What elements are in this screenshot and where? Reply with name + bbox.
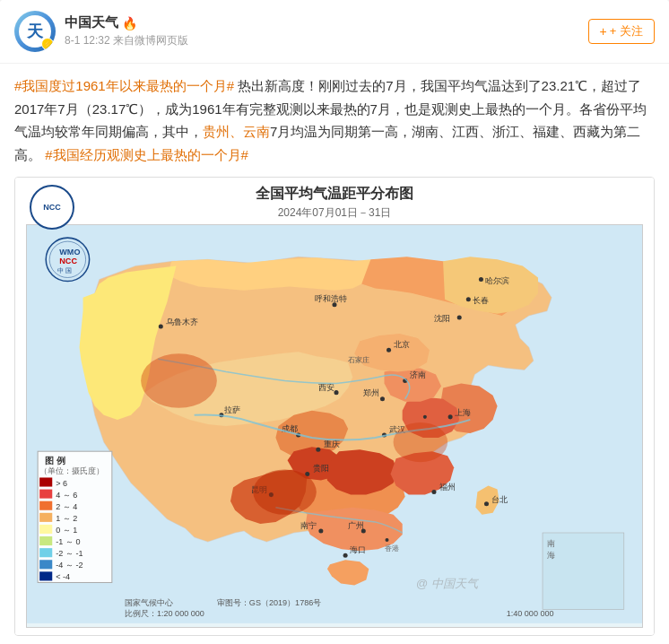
map-svg: 南 海 哈尔滨 长春 沈阳 呼和浩特 (27, 225, 642, 623)
svg-text:NCC: NCC (59, 257, 77, 265)
svg-text:-2 ～ -1: -2 ～ -1 (56, 549, 83, 558)
svg-text:乌鲁木齐: 乌鲁木齐 (166, 318, 198, 326)
svg-point-70 (141, 353, 217, 408)
svg-text:贵阳: 贵阳 (313, 464, 329, 473)
svg-point-29 (332, 302, 336, 307)
post-text: #我国度过1961年以来最热的一个月# 热出新高度！刚刚过去的7月，我国平均气温… (14, 74, 655, 166)
map-inner: NCC 全国平均气温距平分布图 2024年07月01日－31日 (15, 178, 654, 635)
svg-rect-81 (39, 513, 52, 522)
svg-rect-83 (39, 525, 52, 534)
svg-point-66 (484, 501, 489, 506)
hashtag-start[interactable]: #我国度过1961年以来最热的一个月# (14, 78, 234, 93)
svg-text:1:40 000 000: 1:40 000 000 (507, 609, 554, 618)
svg-rect-89 (39, 560, 52, 569)
svg-text:上海: 上海 (455, 408, 471, 417)
svg-point-64 (159, 324, 163, 328)
svg-point-35 (380, 396, 385, 401)
svg-rect-77 (39, 490, 52, 499)
svg-text:济南: 济南 (410, 370, 426, 379)
avatar-logo: 天 (27, 21, 43, 42)
svg-text:中 国: 中 国 (57, 267, 72, 274)
svg-text:重庆: 重庆 (324, 439, 340, 448)
svg-point-62 (385, 538, 388, 542)
svg-text:北京: 北京 (394, 340, 410, 349)
svg-text:国家气候中心: 国家气候中心 (125, 598, 173, 607)
svg-text:呼和浩特: 呼和浩特 (315, 294, 347, 303)
follow-button[interactable]: + + 关注 (588, 19, 655, 44)
svg-rect-91 (39, 571, 52, 580)
svg-rect-87 (39, 548, 52, 557)
svg-text:哈尔滨: 哈尔滨 (485, 276, 509, 285)
svg-point-43 (423, 415, 427, 419)
post-header: 天 ⚡ 中国天气 🔥 8-1 12:32 来自微博网页版 + + 关注 (0, 0, 669, 64)
svg-text:广州: 广州 (348, 521, 364, 530)
svg-text:4 ～ 6: 4 ～ 6 (56, 491, 77, 500)
svg-text:福州: 福州 (439, 483, 456, 492)
svg-text:-4 ～ -2: -4 ～ -2 (56, 561, 83, 570)
verified-icon: 🔥 (122, 16, 137, 30)
svg-text:1 ～ 2: 1 ～ 2 (56, 514, 77, 523)
svg-text:-1 ～ 0: -1 ～ 0 (56, 537, 80, 546)
svg-point-46 (316, 448, 320, 452)
svg-text:2 ～ 4: 2 ～ 4 (56, 502, 77, 511)
svg-point-25 (466, 297, 471, 301)
svg-text:审图号：GS（2019）1786号: 审图号：GS（2019）1786号 (217, 598, 321, 607)
map-title: 全国平均气温距平分布图 (22, 185, 647, 204)
avatar[interactable]: 天 ⚡ (14, 11, 56, 52)
svg-rect-85 (39, 536, 52, 545)
svg-point-41 (334, 390, 338, 395)
map-title-area: 全国平均气温距平分布图 2024年07月01日－31日 (22, 185, 647, 221)
svg-text:拉萨: 拉萨 (224, 405, 240, 414)
account-name[interactable]: 中国天气 🔥 (65, 14, 588, 31)
svg-point-27 (457, 315, 462, 319)
svg-text:南: 南 (547, 539, 555, 548)
account-info: 中国天气 🔥 8-1 12:32 来自微博网页版 (65, 14, 588, 48)
china-map: 南 海 哈尔滨 长春 沈阳 呼和浩特 (26, 224, 643, 628)
weibo-post-card: 天 ⚡ 中国天气 🔥 8-1 12:32 来自微博网页版 + + 关注 #我国度… (0, 0, 669, 644)
svg-marker-3 (167, 257, 370, 290)
map-date: 2024年07月01日－31日 (22, 205, 647, 221)
post-content: #我国度过1961年以来最热的一个月# 热出新高度！刚刚过去的7月，我国平均气温… (0, 64, 669, 644)
avatar-badge: ⚡ (41, 38, 54, 50)
svg-text:台北: 台北 (491, 495, 508, 504)
map-container: NCC 全国平均气温距平分布图 2024年07月01日－31日 (14, 177, 655, 636)
svg-point-58 (343, 553, 348, 558)
svg-text:0 ～ 1: 0 ～ 1 (56, 526, 77, 535)
svg-point-37 (448, 414, 453, 419)
svg-text:比例尺：1:20 000 000: 比例尺：1:20 000 000 (125, 609, 204, 618)
svg-text:石家庄: 石家庄 (348, 356, 369, 364)
svg-text:南宁: 南宁 (300, 521, 317, 530)
province-highlight: 贵州、云南 (203, 124, 270, 139)
post-time: 8-1 12:32 来自微博网页版 (65, 33, 588, 48)
svg-point-23 (479, 277, 483, 282)
svg-point-31 (387, 348, 391, 352)
ncc-logo: NCC (30, 185, 74, 230)
svg-text:海: 海 (547, 551, 555, 560)
svg-point-71 (394, 422, 448, 462)
svg-text:沈阳: 沈阳 (434, 314, 450, 323)
svg-text:海口: 海口 (350, 545, 366, 554)
svg-point-69 (253, 469, 317, 514)
svg-text:图 例: 图 例 (45, 456, 65, 466)
hashtag-end[interactable]: #我国经历观测史上最热的一个月# (45, 147, 248, 162)
svg-point-56 (431, 490, 436, 494)
svg-text:< -4: < -4 (56, 572, 70, 581)
svg-point-54 (318, 528, 323, 533)
svg-text:香港: 香港 (385, 544, 399, 553)
svg-rect-75 (39, 477, 52, 486)
svg-text:郑州: 郑州 (363, 388, 379, 397)
svg-text:长春: 长春 (473, 296, 489, 305)
svg-text:> 6: > 6 (56, 479, 67, 488)
svg-text:@ 中国天气: @ 中国天气 (416, 577, 480, 590)
svg-rect-79 (39, 501, 52, 510)
svg-text:（单位：摄氏度）: （单位：摄氏度） (39, 466, 104, 475)
svg-text:WMO: WMO (59, 248, 80, 257)
